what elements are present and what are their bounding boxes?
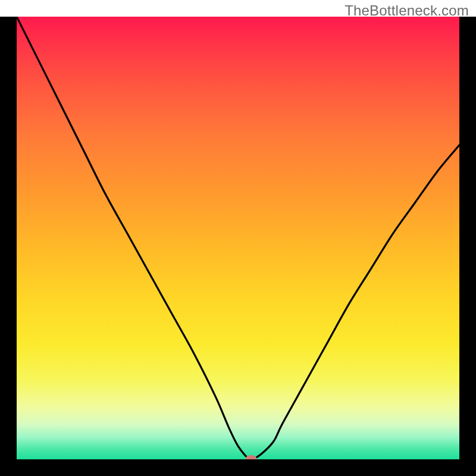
chart-container: TheBottleneck.com <box>0 0 476 476</box>
chart-frame <box>0 17 476 476</box>
bottleneck-curve <box>17 17 459 459</box>
curve-svg <box>17 17 459 459</box>
plot-area <box>17 17 459 459</box>
optimum-marker <box>245 455 257 459</box>
watermark-text: TheBottleneck.com <box>345 2 469 19</box>
